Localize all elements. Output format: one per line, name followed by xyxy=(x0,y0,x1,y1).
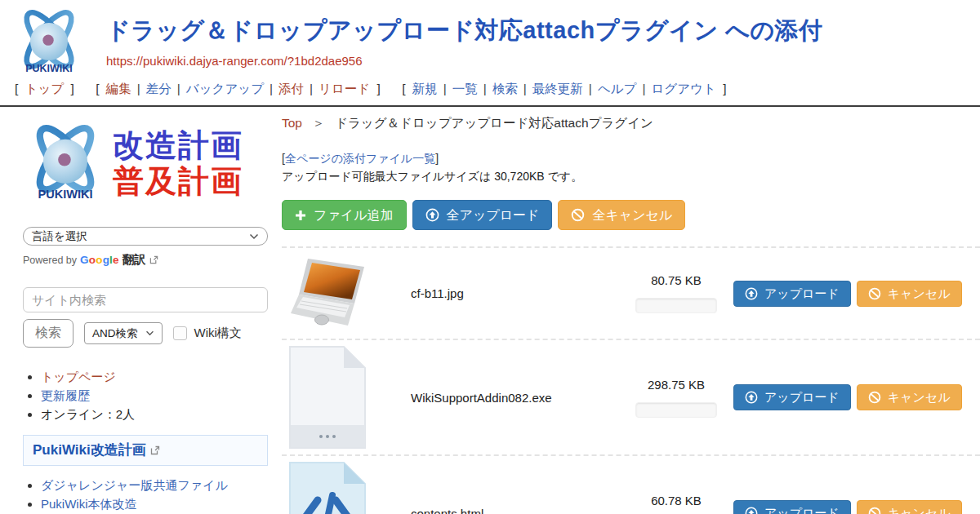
bracket: ] xyxy=(377,82,381,95)
separator: | xyxy=(589,82,592,95)
top-navbar: [ トップ ] [ 編集|差分|バックアップ|添付|リロード ] [ 新規|一覧… xyxy=(0,78,980,107)
bracket: [ xyxy=(402,82,405,95)
ban-icon xyxy=(571,208,585,222)
chevron-down-icon xyxy=(145,330,154,336)
upload-toolbar: ファイル追加 全アップロード 全キャンセル xyxy=(282,200,980,230)
nav-diff-link[interactable]: 差分 xyxy=(146,82,172,95)
nav-search-link[interactable]: 検索 xyxy=(492,82,518,95)
bracket: [ xyxy=(15,82,18,95)
upload-all-button[interactable]: 全アップロード xyxy=(412,200,553,230)
google-translate-attribution: Powered by Google 翻訳 xyxy=(23,252,268,268)
online-count: オンライン：2人 xyxy=(41,407,135,421)
circle-arrow-up-icon xyxy=(425,208,439,222)
list-item: PukiWiki本体改造 xyxy=(41,495,268,513)
page-header: PUKIWIKI ドラッグ＆ドロップアップロード対応attachプラグイン への… xyxy=(0,0,980,78)
sidebar-item-common-files[interactable]: ダジャレンジャー版共通ファイル xyxy=(41,478,228,492)
site-heading-label: PukiWiki改造計画 xyxy=(33,441,146,459)
cancel-all-button[interactable]: 全キャンセル xyxy=(558,200,685,230)
nav-help-link[interactable]: ヘルプ xyxy=(598,82,637,95)
html-code-file-icon xyxy=(288,461,367,514)
nav-new-link[interactable]: 新規 xyxy=(412,82,438,95)
translate-link[interactable]: 翻訳 xyxy=(122,252,146,268)
plus-icon xyxy=(295,210,306,221)
sidebar-logo[interactable]: PUKIWIKI 改造計画 普及計画 xyxy=(23,122,268,206)
wiki-syntax-checkbox[interactable] xyxy=(173,326,187,340)
search-mode-select[interactable]: AND検索 xyxy=(84,322,163,344)
site-search-input[interactable] xyxy=(23,287,268,312)
sidebar-site-links: ダジャレンジャー版共通ファイル PukiWiki本体改造 PukiWikiテキス… xyxy=(41,476,268,514)
language-select-value: 言語を選択 xyxy=(32,229,87,244)
circle-arrow-up-icon xyxy=(745,507,758,514)
site-heading-box[interactable]: PukiWiki改造計画 xyxy=(23,435,268,466)
sidebar-item-recent-changes[interactable]: 更新履歴 xyxy=(41,388,90,402)
external-link-icon xyxy=(150,445,160,455)
separator: | xyxy=(137,82,140,95)
list-item: 更新履歴 xyxy=(41,387,268,405)
nav-attach-link[interactable]: 添付 xyxy=(278,82,304,95)
breadcrumb: Top ＞ ドラッグ＆ドロップアップロード対応attachプラグイン xyxy=(282,115,980,132)
upload-file-button[interactable]: アップロード xyxy=(733,384,851,410)
separator: | xyxy=(443,82,447,95)
laptop-photo-thumbnail xyxy=(288,256,372,331)
upload-file-button[interactable]: アップロード xyxy=(733,281,851,307)
chevron-down-icon xyxy=(249,233,259,240)
ban-icon xyxy=(868,391,881,404)
separator: | xyxy=(270,82,273,95)
upload-progress-bar xyxy=(635,402,717,418)
add-file-button[interactable]: ファイル追加 xyxy=(282,200,407,230)
separator: | xyxy=(483,82,487,95)
list-item: ダジャレンジャー版共通ファイル xyxy=(41,476,268,494)
list-item: オンライン：2人 xyxy=(41,405,268,423)
cancel-file-button[interactable]: キャンセル xyxy=(857,281,962,307)
wiki-syntax-label: Wiki構文 xyxy=(194,326,242,341)
circle-arrow-up-icon xyxy=(745,287,758,300)
nav-top-link[interactable]: トップ xyxy=(25,82,65,95)
nav-backup-link[interactable]: バックアップ xyxy=(186,82,264,95)
file-row: WikiSupportAddin082.exe 298.75 KB アップロード xyxy=(282,339,980,454)
separator: | xyxy=(523,82,527,95)
nav-logout-link[interactable]: ログアウト xyxy=(652,82,716,95)
powered-by-text: Powered by xyxy=(23,255,77,266)
sidebar-item-core-mod[interactable]: PukiWiki本体改造 xyxy=(41,497,137,511)
sidebar: PUKIWIKI 改造計画 普及計画 言語を選択 Powered by Goog… xyxy=(23,107,268,514)
separator: | xyxy=(310,82,313,95)
upload-progress-bar xyxy=(635,298,717,313)
upload-file-button[interactable]: アップロード xyxy=(733,500,851,514)
sidebar-item-toppage[interactable]: トップページ xyxy=(41,370,116,383)
attach-list-line: [全ページの添付ファイル一覧] xyxy=(282,152,980,166)
breadcrumb-current: ドラッグ＆ドロップアップロード対応attachプラグイン xyxy=(335,116,653,130)
file-name: contents.html xyxy=(411,507,619,514)
sidebar-top-links: トップページ 更新履歴 オンライン：2人 xyxy=(41,368,268,423)
file-name: cf-b11.jpg xyxy=(411,286,619,300)
search-mode-value: AND検索 xyxy=(92,326,138,341)
generic-file-icon xyxy=(288,345,367,450)
max-upload-size-text: アップロード可能最大ファイルサイズは 30,720KB です。 xyxy=(282,170,980,184)
nav-list-link[interactable]: 一覧 xyxy=(452,82,478,95)
page-url: https://pukiwiki.dajya-ranger.com/?1bd2d… xyxy=(106,54,823,68)
search-button[interactable]: 検索 xyxy=(23,319,74,348)
file-size: 60.78 KB xyxy=(651,494,702,507)
google-logo: Google xyxy=(80,254,119,266)
page-title: ドラッグ＆ドロップアップロード対応attachプラグイン への添付 xyxy=(106,15,823,47)
separator: | xyxy=(177,82,180,95)
file-name: WikiSupportAddin082.exe xyxy=(411,391,619,405)
nav-edit-link[interactable]: 編集 xyxy=(106,82,131,95)
breadcrumb-home-link[interactable]: Top xyxy=(282,116,302,130)
cancel-file-button[interactable]: キャンセル xyxy=(857,384,962,410)
pukiwiki-atom-logo-icon[interactable]: PUKIWIKI xyxy=(10,7,88,80)
external-link-icon xyxy=(149,255,158,264)
bracket: [ xyxy=(96,82,99,95)
bracket: ] xyxy=(71,82,74,95)
nav-reload-link[interactable]: リロード xyxy=(318,82,370,95)
circle-arrow-up-icon xyxy=(745,391,758,404)
language-select[interactable]: 言語を選択 xyxy=(23,227,268,246)
separator: | xyxy=(642,82,645,95)
cancel-file-button[interactable]: キャンセル xyxy=(857,500,962,514)
nav-recent-link[interactable]: 最終更新 xyxy=(532,82,583,95)
file-size: 298.75 KB xyxy=(648,378,705,392)
file-row: cf-b11.jpg 80.75 KB アップロード xyxy=(282,246,980,339)
ban-icon xyxy=(868,507,881,514)
all-attachments-link[interactable]: 全ページの添付ファイル一覧 xyxy=(285,152,435,165)
logo-caption: PUKIWIKI xyxy=(25,63,72,74)
bracket: ] xyxy=(723,82,726,95)
